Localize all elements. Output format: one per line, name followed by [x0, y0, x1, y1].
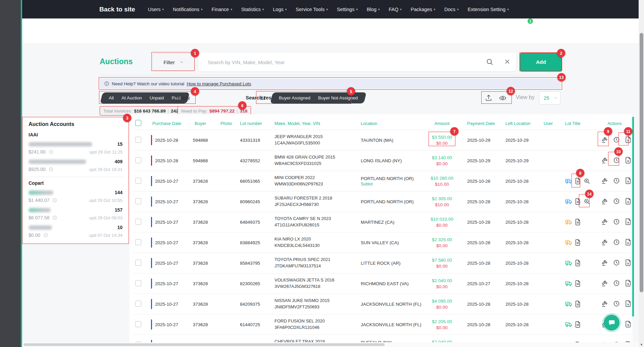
- clear-search-icon[interactable]: [504, 58, 511, 65]
- row-checkbox[interactable]: [135, 239, 141, 245]
- lot-number[interactable]: 85843795: [237, 261, 274, 266]
- history-icon[interactable]: [613, 136, 620, 143]
- tab-at-auction[interactable]: At Auction: [121, 95, 142, 100]
- visibility-icon[interactable]: [499, 94, 507, 102]
- nav-item-finance[interactable]: Finance▾: [212, 7, 232, 12]
- row-checkbox[interactable]: [135, 321, 141, 327]
- bid-hammer-icon[interactable]: [601, 198, 608, 205]
- lot-number[interactable]: 83884925: [237, 240, 274, 245]
- nav-item-notifications[interactable]: Notifications▾: [173, 7, 203, 12]
- tab-all[interactable]: All: [109, 95, 114, 100]
- back-to-site-link[interactable]: Back to site: [99, 6, 135, 13]
- bid-hammer-icon[interactable]: [601, 300, 608, 307]
- history-icon[interactable]: [613, 300, 620, 307]
- nav-item-faq[interactable]: FAQ▾: [389, 7, 402, 12]
- chat-button[interactable]: [604, 315, 620, 331]
- invoice-icon[interactable]: $: [625, 279, 632, 287]
- horizontal-scrollbar-thumb[interactable]: [23, 343, 385, 346]
- nav-item-extension-setting[interactable]: Extension Setting▾: [468, 7, 509, 12]
- document-icon[interactable]: [574, 280, 582, 287]
- invoice-icon[interactable]: $: [625, 198, 632, 205]
- bid-hammer-icon[interactable]: [601, 259, 608, 266]
- row-checkbox[interactable]: [135, 260, 141, 266]
- tab-buyer-assigned[interactable]: Buyer Assigned: [279, 95, 310, 100]
- row-checkbox[interactable]: [135, 219, 141, 225]
- row-checkbox[interactable]: [135, 198, 141, 204]
- invoice-icon[interactable]: $: [625, 300, 632, 307]
- account-row[interactable]: 15 $241.00upd 29 Oct 11:25: [29, 141, 122, 155]
- col-make-model[interactable]: Make, Model, Year, VIN: [274, 121, 358, 126]
- delivery-truck-icon[interactable]: [565, 300, 573, 308]
- delivery-truck-icon[interactable]: [565, 198, 573, 205]
- tab-unpaid[interactable]: Unpaid: [150, 95, 164, 100]
- search-input[interactable]: [207, 52, 470, 72]
- bid-hammer-icon[interactable]: [601, 218, 608, 225]
- sublot-link[interactable]: Sublot: [361, 182, 422, 186]
- export-icon[interactable]: [485, 94, 493, 102]
- lot-number[interactable]: 84209375: [237, 302, 274, 307]
- document-icon[interactable]: [574, 321, 582, 328]
- search-icon[interactable]: [486, 58, 494, 66]
- history-icon[interactable]: [613, 198, 620, 205]
- col-purchase-date[interactable]: Purchase Date: [147, 121, 185, 126]
- invoice-icon[interactable]: $: [625, 157, 632, 164]
- account-row[interactable]: 144 $1 440.07upd 29 Oct 10:55: [29, 190, 122, 203]
- bid-hammer-icon[interactable]: [601, 136, 608, 143]
- balance-history-icon[interactable]: [52, 198, 57, 203]
- bid-hammer-icon[interactable]: [601, 177, 608, 184]
- row-checkbox[interactable]: [135, 157, 141, 163]
- nav-item-service-tools[interactable]: Service Tools▾: [296, 7, 328, 12]
- nav-item-users[interactable]: Users▾: [148, 7, 164, 12]
- nav-item-packages[interactable]: Packages▾: [411, 7, 435, 12]
- bid-hammer-icon[interactable]: [601, 238, 608, 246]
- vertical-scrollbar-thumb[interactable]: [640, 33, 643, 292]
- lot-number[interactable]: 43278552: [237, 158, 274, 163]
- tab-buyer-not-assigned[interactable]: Buyer Not Assigned: [318, 95, 358, 100]
- bid-hammer-icon[interactable]: [601, 279, 608, 287]
- help-tutorial-link[interactable]: How to manage Purchased Lots: [187, 81, 251, 86]
- col-location[interactable]: Location: [358, 121, 422, 126]
- nav-item-docs[interactable]: Docs▾: [444, 7, 459, 12]
- delivery-truck-icon[interactable]: [565, 177, 573, 185]
- document-icon[interactable]: [574, 177, 582, 185]
- delivery-truck-icon[interactable]: [565, 321, 573, 328]
- document-icon[interactable]: [574, 259, 582, 267]
- col-amount[interactable]: Amount: [422, 121, 462, 126]
- lot-number[interactable]: 82300265: [237, 281, 274, 286]
- page-size-select[interactable]: 25: [539, 91, 560, 104]
- col-payment-date[interactable]: Payment Date: [462, 121, 503, 126]
- history-icon[interactable]: [613, 279, 620, 287]
- invoice-icon[interactable]: $: [625, 259, 632, 266]
- account-row[interactable]: 157 $6 077.58upd 29 Oct 08:03: [29, 207, 122, 220]
- account-row[interactable]: 10 $0.00upd 07 Oct 14:34: [29, 225, 122, 238]
- account-row[interactable]: 409 $925.00upd 29 Oct 18:31: [29, 159, 122, 172]
- document-icon[interactable]: [574, 300, 582, 308]
- lot-number[interactable]: 68051065: [237, 179, 274, 184]
- nav-item-logs[interactable]: Logs▾: [273, 7, 287, 12]
- row-checkbox[interactable]: [135, 301, 141, 307]
- search-fees-icon[interactable]: $: [583, 198, 591, 205]
- select-all-checkbox[interactable]: [135, 120, 141, 126]
- col-lot-number[interactable]: Lot number: [237, 121, 274, 126]
- nav-item-statistics[interactable]: Statistics▾: [241, 7, 264, 12]
- history-icon[interactable]: [613, 177, 620, 184]
- lot-number[interactable]: 61440725: [237, 322, 274, 327]
- lot-number[interactable]: 80960245: [237, 199, 274, 204]
- balance-history-icon[interactable]: [43, 232, 48, 238]
- document-icon[interactable]: [574, 239, 582, 246]
- delivery-truck-icon[interactable]: [565, 218, 573, 226]
- history-icon[interactable]: [613, 238, 620, 246]
- col-buyer[interactable]: Buyer: [185, 121, 216, 126]
- nav-item-blog[interactable]: Blog▾: [367, 7, 380, 12]
- balance-history-icon[interactable]: [48, 167, 54, 172]
- history-icon[interactable]: [613, 259, 620, 266]
- invoice-icon[interactable]: $: [625, 238, 632, 246]
- col-left-location[interactable]: Left Location: [503, 121, 544, 126]
- history-icon[interactable]: [613, 157, 620, 164]
- history-icon[interactable]: [613, 218, 620, 225]
- nav-item-settings[interactable]: Settings▾: [337, 7, 358, 12]
- invoice-icon[interactable]: $: [625, 136, 632, 143]
- row-checkbox[interactable]: [135, 280, 141, 286]
- lot-number[interactable]: 64849375: [237, 220, 274, 225]
- invoice-icon[interactable]: $: [625, 218, 632, 225]
